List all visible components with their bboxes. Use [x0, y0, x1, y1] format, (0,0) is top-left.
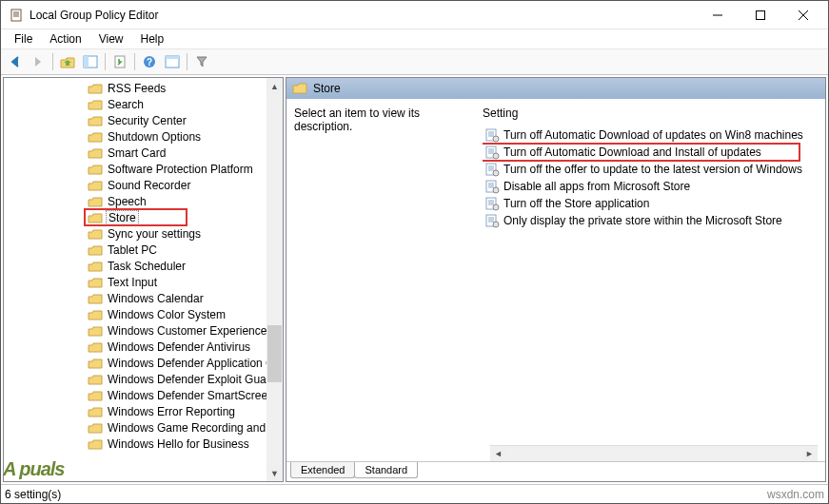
folder-icon — [88, 405, 103, 418]
scroll-thumb[interactable] — [267, 325, 282, 382]
filter-button[interactable] — [191, 51, 212, 72]
close-button[interactable] — [781, 2, 824, 29]
tab-extended[interactable]: Extended — [290, 462, 355, 478]
folder-icon — [88, 243, 103, 257]
svg-point-39 — [493, 204, 499, 210]
toolbar-separator — [52, 53, 53, 70]
setting-item[interactable]: Disable all apps from Microsoft Store — [483, 178, 818, 195]
tree-item-label: Search — [106, 98, 146, 111]
minimize-button[interactable] — [696, 2, 739, 29]
menu-view[interactable]: View — [91, 30, 131, 48]
folder-icon — [88, 437, 103, 451]
tree-item[interactable]: Windows Color System — [4, 306, 283, 322]
svg-rect-9 — [84, 56, 89, 68]
tree-item[interactable]: Windows Customer Experience Im — [4, 322, 283, 339]
setting-item[interactable]: Turn off Automatic Download and Install … — [483, 144, 818, 161]
tree-item[interactable]: Smart Card — [4, 145, 283, 161]
tree-item[interactable]: Windows Defender Application G — [4, 355, 283, 371]
setting-item[interactable]: Only display the private store within th… — [483, 212, 818, 229]
svg-text:?: ? — [147, 57, 152, 68]
setting-item-label: Turn off Automatic Download and Install … — [503, 145, 761, 159]
tree-item[interactable]: Windows Defender SmartScreen — [4, 387, 283, 403]
tree-item-label: Windows Defender Exploit Guard — [106, 373, 278, 386]
settings-column: Setting Turn off Automatic Download of u… — [483, 107, 818, 445]
toolbar-separator — [187, 53, 188, 70]
tree-item[interactable]: Windows Defender Exploit Guard — [4, 371, 283, 387]
tree-item-label: Smart Card — [106, 146, 168, 160]
tree-item[interactable]: Task Scheduler — [4, 258, 283, 274]
tree-item-label: Windows Hello for Business — [106, 437, 251, 451]
folder-icon — [88, 292, 103, 305]
forward-button[interactable] — [28, 51, 49, 72]
folder-icon — [88, 163, 103, 176]
toolbar-separator — [134, 53, 135, 70]
tab-standard[interactable]: Standard — [354, 462, 418, 478]
show-hide-tree-button[interactable] — [80, 51, 101, 72]
setting-item[interactable]: Turn off Automatic Download of updates o… — [483, 126, 818, 144]
setting-item[interactable]: Turn off the offer to update to the late… — [483, 161, 818, 178]
policy-icon — [484, 127, 500, 143]
menu-file[interactable]: File — [7, 30, 40, 48]
tree-pane[interactable]: RSS FeedsSearchSecurity CenterShutdown O… — [3, 77, 284, 482]
tree-item[interactable]: Sound Recorder — [4, 177, 283, 193]
tree-item[interactable]: Windows Hello for Business — [4, 436, 283, 452]
scroll-track[interactable] — [266, 94, 283, 465]
tree-item[interactable]: Text Input — [4, 274, 283, 290]
folder-icon — [88, 324, 103, 338]
up-button[interactable] — [57, 51, 78, 72]
properties-button[interactable] — [162, 51, 183, 72]
folder-icon — [88, 98, 103, 111]
svg-rect-5 — [756, 10, 764, 19]
scroll-down-button[interactable]: ▼ — [266, 465, 283, 481]
tree-item-label: Security Center — [106, 114, 188, 127]
folder-icon — [292, 82, 307, 95]
folder-icon — [88, 389, 103, 402]
tree-item-label: Speech — [106, 195, 148, 208]
tree-item[interactable]: Windows Error Reporting — [4, 403, 283, 419]
setting-item[interactable]: Turn off the Store application — [483, 195, 818, 212]
tree-item-label: Windows Defender Antivirus — [106, 340, 252, 354]
folder-icon — [88, 179, 103, 192]
tree-item[interactable]: Search — [4, 96, 283, 112]
refresh-button[interactable] — [109, 51, 130, 72]
horizontal-scrollbar[interactable]: ◄ ► — [490, 445, 818, 461]
policy-icon — [484, 213, 500, 228]
menubar: File Action View Help — [1, 29, 828, 48]
window-title: Local Group Policy Editor — [30, 9, 696, 22]
folder-icon — [88, 227, 103, 241]
details-body: Select an item to view its description. … — [286, 99, 825, 445]
tree-item[interactable]: Shutdown Options — [4, 128, 283, 145]
description-column: Select an item to view its description. — [294, 107, 483, 445]
tree-item[interactable]: Sync your settings — [4, 225, 283, 242]
details-title: Store — [313, 82, 341, 95]
setting-column-header[interactable]: Setting — [483, 107, 818, 125]
tree-item[interactable]: Speech — [4, 193, 283, 209]
tree-item-label: Windows Error Reporting — [106, 405, 237, 418]
setting-item-label: Only display the private store within th… — [503, 214, 782, 227]
svg-point-29 — [493, 170, 499, 176]
tree-item[interactable]: Windows Game Recording and Br — [4, 419, 283, 436]
menu-help[interactable]: Help — [133, 30, 172, 48]
svg-rect-14 — [166, 56, 179, 59]
maximize-button[interactable] — [739, 2, 781, 29]
policy-icon — [484, 162, 500, 177]
scroll-right-button[interactable]: ► — [801, 446, 818, 462]
tree-item[interactable]: Tablet PC — [4, 242, 283, 258]
scroll-left-button[interactable]: ◄ — [490, 446, 506, 462]
back-button[interactable] — [5, 51, 26, 72]
help-button[interactable]: ? — [139, 51, 160, 72]
svg-point-34 — [493, 187, 499, 193]
tree-item[interactable]: Security Center — [4, 112, 283, 128]
tree-item[interactable]: Store — [4, 209, 283, 225]
setting-item-label: Turn off the Store application — [503, 197, 649, 210]
scroll-up-button[interactable]: ▲ — [266, 78, 283, 94]
tree-item-label: Windows Defender SmartScreen — [106, 389, 276, 402]
tree-item[interactable]: Software Protection Platform — [4, 161, 283, 177]
tree-item[interactable]: Windows Calendar — [4, 290, 283, 306]
status-text: 6 setting(s) — [5, 488, 61, 501]
policy-icon — [484, 145, 500, 160]
menu-action[interactable]: Action — [42, 30, 89, 48]
tree-item[interactable]: Windows Defender Antivirus — [4, 339, 283, 355]
tree-item[interactable]: RSS Feeds — [4, 80, 283, 96]
folder-icon — [88, 146, 103, 160]
